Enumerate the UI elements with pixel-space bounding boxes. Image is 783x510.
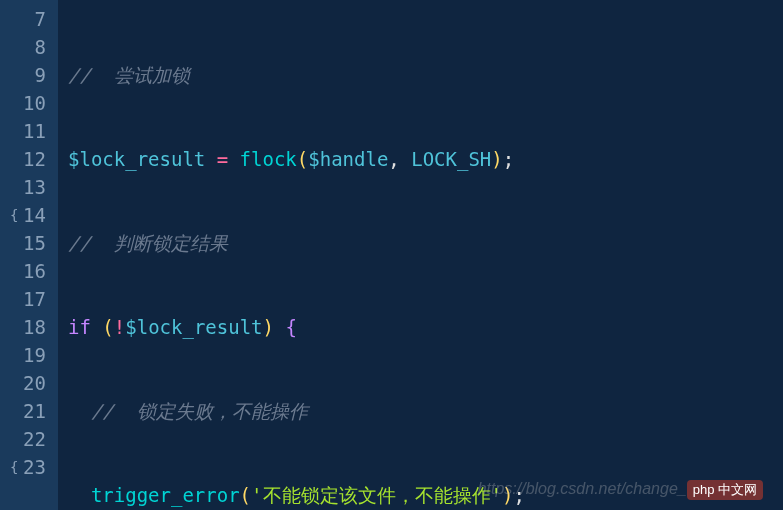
line-number-gutter: 7 8 9 10 11 12 13 {14 15 16 17 18 19 20 … bbox=[0, 0, 58, 510]
watermark-url: https://blog.csdn.net/change_ bbox=[478, 480, 687, 497]
line-number: 7 bbox=[8, 5, 46, 33]
line-number: 17 bbox=[8, 285, 46, 313]
fold-marker-icon[interactable]: { bbox=[10, 453, 18, 481]
line-number: 11 bbox=[8, 117, 46, 145]
line-number: 12 bbox=[8, 145, 46, 173]
variable: $lock_result bbox=[68, 148, 205, 170]
line-number: 21 bbox=[8, 397, 46, 425]
line-number: {14 bbox=[8, 201, 46, 229]
line-number: {23 bbox=[8, 453, 46, 481]
watermark-badge: php 中文网 bbox=[687, 480, 763, 500]
comment-text: // 判断锁定结果 bbox=[68, 232, 228, 254]
line-number: 10 bbox=[8, 89, 46, 117]
line-number: 13 bbox=[8, 173, 46, 201]
line-number: 18 bbox=[8, 313, 46, 341]
operator: ! bbox=[114, 316, 125, 338]
constant: LOCK_SH bbox=[411, 148, 491, 170]
code-area[interactable]: // 尝试加锁 $lock_result = flock($handle, LO… bbox=[58, 0, 783, 510]
line-number: 15 bbox=[8, 229, 46, 257]
keyword: if bbox=[68, 316, 91, 338]
code-editor: 7 8 9 10 11 12 13 {14 15 16 17 18 19 20 … bbox=[0, 0, 783, 510]
line-number: 22 bbox=[8, 425, 46, 453]
paren: ( bbox=[240, 484, 251, 506]
brace: { bbox=[285, 316, 296, 338]
string-literal: '不能锁定该文件，不能操作' bbox=[251, 484, 502, 506]
watermark: https://blog.csdn.net/change_php 中文网 bbox=[478, 480, 763, 500]
paren: ) bbox=[491, 148, 502, 170]
comment-text: // 锁定失败，不能操作 bbox=[91, 400, 308, 422]
semicolon: ; bbox=[503, 148, 514, 170]
variable: $lock_result bbox=[125, 316, 262, 338]
paren: ( bbox=[297, 148, 308, 170]
code-line[interactable]: // 锁定失败，不能操作 bbox=[68, 397, 783, 425]
function-name: trigger_error bbox=[91, 484, 240, 506]
line-number: 9 bbox=[8, 61, 46, 89]
line-number: 19 bbox=[8, 341, 46, 369]
code-line[interactable]: if (!$lock_result) { bbox=[68, 313, 783, 341]
fold-marker-icon[interactable]: { bbox=[10, 201, 18, 229]
line-number: 16 bbox=[8, 257, 46, 285]
paren: ) bbox=[263, 316, 274, 338]
function-name: flock bbox=[240, 148, 297, 170]
code-line[interactable]: $lock_result = flock($handle, LOCK_SH); bbox=[68, 145, 783, 173]
paren: ( bbox=[102, 316, 113, 338]
code-line[interactable]: // 尝试加锁 bbox=[68, 61, 783, 89]
comma: , bbox=[388, 148, 411, 170]
variable: $handle bbox=[308, 148, 388, 170]
line-number: 8 bbox=[8, 33, 46, 61]
operator: = bbox=[205, 148, 239, 170]
code-line[interactable]: // 判断锁定结果 bbox=[68, 229, 783, 257]
line-number: 20 bbox=[8, 369, 46, 397]
comment-text: // 尝试加锁 bbox=[68, 64, 190, 86]
